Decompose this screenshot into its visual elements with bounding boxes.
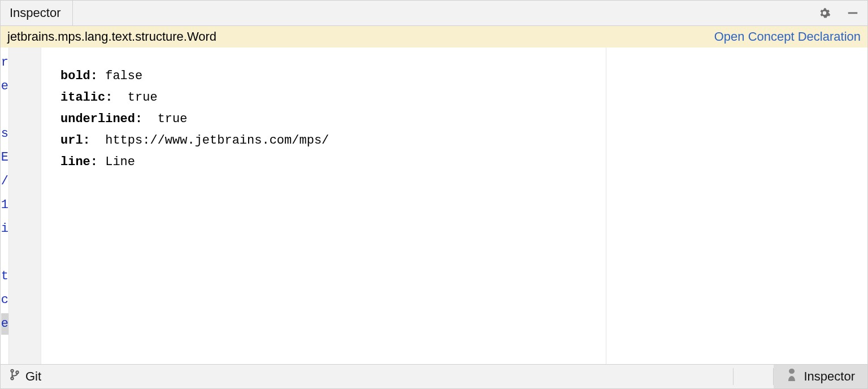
left-editor-sliver: resE/1itce	[1, 47, 9, 364]
property-value[interactable]: false	[105, 69, 142, 83]
sliver-char: t	[1, 266, 8, 287]
git-label: Git	[25, 369, 41, 384]
sliver-char: i	[1, 218, 8, 240]
property-key: line:	[60, 155, 98, 169]
gear-icon[interactable]	[817, 5, 832, 21]
property-key: italic:	[60, 90, 112, 105]
sliver-char: 1	[1, 194, 8, 216]
property-value[interactable]: https://www.jetbrains.com/mps/	[105, 133, 329, 148]
svg-point-1	[11, 370, 13, 372]
property-key: url:	[60, 133, 90, 148]
sliver-char: e	[1, 313, 8, 335]
concept-bar: jetbrains.mps.lang.text.structure.Word O…	[0, 26, 868, 47]
open-concept-declaration-link[interactable]: Open Concept Declaration	[714, 29, 861, 44]
tool-window-header: Inspector	[0, 0, 868, 26]
property-row[interactable]: underlined: true	[60, 109, 587, 130]
concept-path: jetbrains.mps.lang.text.structure.Word	[7, 29, 216, 44]
sliver-char: e	[1, 76, 8, 97]
inspector-tab-label: Inspector	[804, 369, 856, 384]
svg-point-2	[11, 377, 13, 379]
tool-window-title: Inspector	[10, 1, 73, 25]
property-value[interactable]: true	[158, 112, 188, 126]
svg-point-3	[16, 371, 18, 373]
property-row[interactable]: url: https://www.jetbrains.com/mps/	[60, 130, 587, 152]
property-row[interactable]: line: Line	[60, 152, 587, 173]
sliver-char: r	[1, 52, 8, 74]
status-bar: Git Inspector	[0, 364, 868, 389]
minimize-icon[interactable]	[845, 5, 861, 21]
inspector-editor[interactable]: bold: falseitalic: trueunderlined: trueu…	[41, 47, 606, 364]
property-row[interactable]: italic: true	[60, 87, 587, 109]
sliver-char: /	[1, 171, 8, 192]
sliver-char: c	[1, 289, 8, 311]
property-row[interactable]: bold: false	[60, 66, 587, 87]
inspector-tool-window: Inspector jetbrains.mps.lang.text.struct…	[0, 0, 868, 389]
editor-gutter	[9, 47, 41, 364]
property-key: bold:	[60, 69, 98, 83]
inspector-body: resE/1itce bold: falseitalic: trueunderl…	[0, 47, 868, 364]
property-value[interactable]: true	[128, 90, 158, 105]
inspector-icon	[786, 368, 797, 386]
sliver-char: E	[1, 147, 8, 168]
inspector-side-panel	[606, 47, 867, 364]
git-status-button[interactable]: Git	[1, 365, 50, 388]
sliver-char: s	[1, 123, 8, 145]
branch-icon	[10, 369, 20, 384]
inspector-status-tab[interactable]: Inspector	[774, 365, 868, 388]
property-key: underlined:	[60, 112, 142, 126]
tool-window-actions	[817, 5, 861, 21]
property-value[interactable]: Line	[105, 155, 135, 169]
